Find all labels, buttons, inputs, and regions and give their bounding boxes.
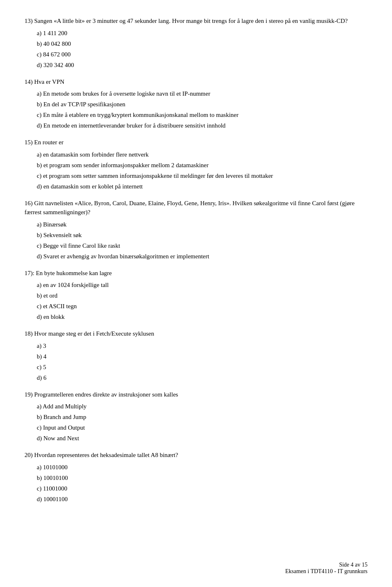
answer-item-q14-0: a) En metode som brukes for å oversette … — [37, 89, 368, 99]
question-text-q19: 19) Programtelleren endres direkte av in… — [24, 390, 368, 399]
answer-item-q20-3: d) 10001100 — [37, 494, 368, 504]
question-text-q16: 16) Gitt navnelisten «Alice, Byron, Caro… — [24, 199, 368, 217]
question-q14: 14) Hva er VPNa) En metode som brukes fo… — [24, 77, 368, 131]
answer-item-q16-2: c) Begge vil finne Carol like raskt — [37, 241, 368, 251]
answer-item-q18-2: c) 5 — [37, 362, 368, 372]
question-text-q15: 15) En router er — [24, 138, 368, 147]
answer-list-q19: a) Add and Multiplyb) Branch and Jumpc) … — [24, 401, 368, 443]
answer-item-q17-0: a) en av 1024 forskjellige tall — [37, 280, 368, 290]
answer-item-q13-2: c) 84 672 000 — [37, 49, 368, 59]
answer-item-q18-3: d) 6 — [37, 373, 368, 383]
question-q13: 13) Sangen «A little bit» er 3 minutter … — [24, 16, 368, 70]
answer-item-q14-3: d) En metode en internettleverandør bruk… — [37, 121, 368, 130]
answer-item-q15-0: a) en datamaskin som forbinder flere net… — [37, 150, 368, 159]
answer-item-q17-1: b) et ord — [37, 291, 368, 300]
answer-list-q16: a) Binærsøkb) Sekvensielt søkc) Begge vi… — [24, 220, 368, 261]
footer: Side 4 av 15 Eksamen i TDT4110 - IT grun… — [285, 562, 368, 575]
answer-item-q19-3: d) Now and Next — [37, 433, 368, 443]
answer-item-q19-2: c) Input and Output — [37, 423, 368, 432]
answer-list-q15: a) en datamaskin som forbinder flere net… — [24, 150, 368, 191]
answer-item-q16-0: a) Binærsøk — [37, 220, 368, 229]
answer-item-q16-1: b) Sekvensielt søk — [37, 230, 368, 240]
question-q19: 19) Programtelleren endres direkte av in… — [24, 390, 368, 444]
answer-item-q17-3: d) en blokk — [37, 312, 368, 322]
answer-list-q18: a) 3b) 4c) 5d) 6 — [24, 341, 368, 383]
answer-item-q15-2: c) et program som setter sammen informas… — [37, 171, 368, 181]
answer-item-q17-2: c) et ASCII tegn — [37, 301, 368, 311]
footer-course: Eksamen i TDT4110 - IT grunnkurs — [285, 568, 368, 575]
answer-item-q15-1: b) et program som sender informasjonspak… — [37, 160, 368, 170]
question-q18: 18) Hvor mange steg er det i Fetch/Execu… — [24, 329, 368, 383]
answer-list-q13: a) 1 411 200b) 40 042 800c) 84 672 000d)… — [24, 28, 368, 70]
question-q17: 17): En byte hukommelse kan lagrea) en a… — [24, 269, 368, 322]
question-text-q18: 18) Hvor mange steg er det i Fetch/Execu… — [24, 329, 368, 338]
answer-list-q14: a) En metode som brukes for å oversette … — [24, 89, 368, 130]
answer-item-q16-3: d) Svaret er avhengig av hvordan binærsø… — [37, 251, 368, 261]
answer-item-q13-0: a) 1 411 200 — [37, 28, 368, 38]
answer-item-q20-2: c) 11001000 — [37, 484, 368, 493]
question-text-q17: 17): En byte hukommelse kan lagre — [24, 269, 368, 278]
footer-page: Side 4 av 15 — [285, 562, 368, 568]
question-q16: 16) Gitt navnelisten «Alice, Byron, Caro… — [24, 199, 368, 261]
question-q15: 15) En router era) en datamaskin som for… — [24, 138, 368, 191]
answer-item-q18-0: a) 3 — [37, 341, 368, 351]
answer-list-q17: a) en av 1024 forskjellige tallb) et ord… — [24, 280, 368, 322]
answer-item-q20-1: b) 10010100 — [37, 473, 368, 483]
answer-item-q14-1: b) En del av TCP/IP spesifikasjonen — [37, 99, 368, 109]
answer-list-q20: a) 10101000b) 10010100c) 11001000d) 1000… — [24, 462, 368, 504]
answer-item-q20-0: a) 10101000 — [37, 462, 368, 472]
answer-item-q14-2: c) En måte å etablere en trygg/kryptert … — [37, 110, 368, 120]
answer-item-q19-0: a) Add and Multiply — [37, 401, 368, 411]
question-text-q13: 13) Sangen «A little bit» er 3 minutter … — [24, 16, 368, 26]
answer-item-q13-3: d) 320 342 400 — [37, 60, 368, 70]
question-text-q14: 14) Hva er VPN — [24, 77, 368, 87]
answer-item-q13-1: b) 40 042 800 — [37, 39, 368, 49]
question-q20: 20) Hvordan representeres det heksadesim… — [24, 450, 368, 504]
answer-item-q15-3: d) en datamaskin som er koblet på intern… — [37, 181, 368, 191]
question-text-q20: 20) Hvordan representeres det heksadesim… — [24, 450, 368, 460]
answer-item-q19-1: b) Branch and Jump — [37, 412, 368, 422]
answer-item-q18-1: b) 4 — [37, 352, 368, 361]
